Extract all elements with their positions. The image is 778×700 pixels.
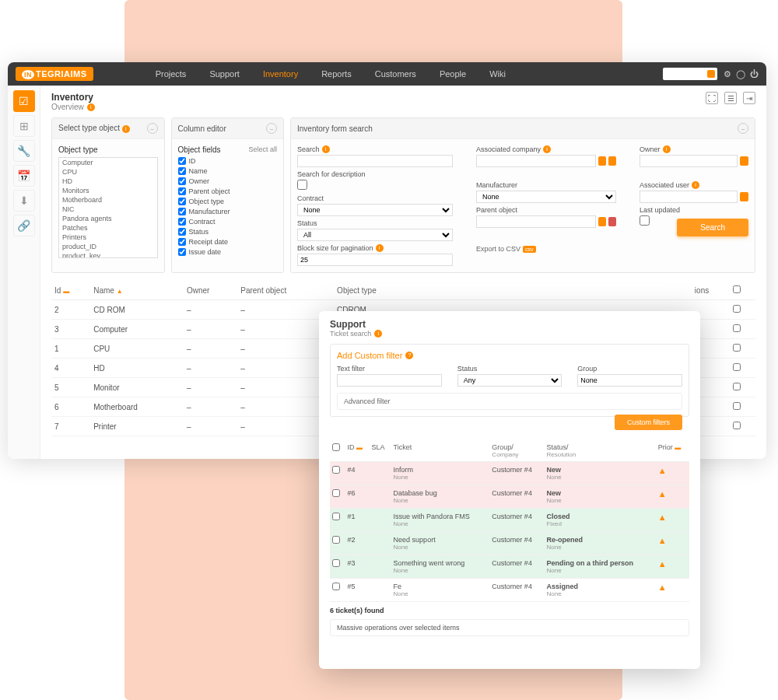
col-type[interactable]: Object type — [334, 281, 427, 300]
sidebar-link-icon[interactable]: 🔗 — [13, 215, 35, 236]
nav-inventory[interactable]: Inventory — [263, 69, 298, 79]
col-tk-group[interactable]: Group/Company — [489, 440, 544, 462]
row-checkbox[interactable] — [733, 363, 741, 371]
group-filter-input[interactable] — [577, 374, 682, 387]
assoc-company-input[interactable] — [476, 155, 596, 167]
ticket-checkbox[interactable] — [332, 489, 340, 497]
export-csv[interactable]: Export to CSVcsv — [476, 245, 536, 253]
list-icon[interactable]: ☰ — [724, 92, 737, 104]
object-type-item[interactable]: product_key — [59, 251, 157, 258]
row-checkbox[interactable] — [733, 383, 741, 390]
search-button[interactable]: Search — [677, 219, 748, 236]
power-icon[interactable]: ⏻ — [750, 69, 759, 79]
collapse-icon[interactable]: – — [738, 123, 748, 134]
field-checkbox[interactable] — [178, 167, 186, 175]
row-checkbox[interactable] — [733, 324, 741, 332]
user-pick-icon[interactable] — [740, 156, 748, 166]
text-filter-input[interactable] — [337, 374, 442, 387]
user-pick-icon[interactable] — [740, 192, 748, 201]
col-tk-prio[interactable]: Prior ▬ — [656, 440, 689, 462]
col-tk-ticket[interactable]: Ticket — [391, 440, 490, 462]
nav-projects[interactable]: Projects — [156, 69, 187, 79]
field-checkbox[interactable] — [178, 157, 186, 165]
delete-icon[interactable] — [608, 217, 616, 226]
col-tk-check[interactable] — [330, 440, 345, 462]
col-tk-sla[interactable]: SLA — [370, 440, 391, 462]
ticket-row[interactable]: #6Database bugNoneCustomer #4NewNone▲ — [330, 485, 689, 509]
custom-filters-button[interactable]: Custom filters — [615, 415, 682, 430]
object-type-list[interactable]: ComputerCPUHDMonitorsMotherboardNICPando… — [58, 157, 158, 258]
col-parent[interactable]: Parent object — [237, 281, 334, 300]
sidebar-grid-icon[interactable]: ⊞ — [13, 115, 35, 137]
nav-wiki[interactable]: Wiki — [489, 69, 506, 79]
object-type-item[interactable]: Computer — [59, 158, 157, 167]
row-checkbox[interactable] — [733, 305, 741, 313]
manufacturer-select[interactable]: None — [476, 191, 616, 203]
field-checkbox[interactable] — [178, 228, 186, 236]
object-type-item[interactable]: Pandora agents — [59, 214, 157, 223]
sidebar-wrench-icon[interactable]: 🔧 — [13, 140, 35, 162]
object-type-item[interactable]: product_ID — [59, 242, 157, 251]
col-checkbox[interactable] — [730, 281, 755, 300]
brand-logo[interactable]: INTEGRIAIMS — [16, 67, 93, 81]
ticket-checkbox[interactable] — [332, 583, 340, 590]
field-checkbox[interactable] — [178, 218, 186, 226]
block-input[interactable] — [297, 254, 453, 266]
exit-icon[interactable]: ⇥ — [743, 92, 755, 104]
object-type-item[interactable]: CPU — [59, 167, 157, 177]
fullscreen-icon[interactable]: ⛶ — [706, 92, 718, 104]
status-select[interactable]: All — [297, 229, 453, 241]
last-updated-checkbox[interactable] — [640, 215, 650, 226]
user-icon[interactable]: ◯ — [736, 69, 745, 79]
ticket-checkbox[interactable] — [332, 513, 340, 520]
field-checkbox[interactable] — [178, 208, 186, 215]
mass-operations[interactable]: Massive operations over selected items — [330, 619, 689, 636]
nav-people[interactable]: People — [440, 69, 466, 79]
assoc-user-input[interactable] — [640, 191, 738, 203]
field-checkbox[interactable] — [178, 238, 186, 246]
collapse-icon[interactable]: – — [266, 123, 277, 134]
field-checkbox[interactable] — [178, 187, 186, 195]
ticket-checkbox[interactable] — [332, 559, 340, 567]
col-owner[interactable]: Owner — [184, 281, 237, 300]
sidebar-overview-icon[interactable]: ☑ — [13, 90, 35, 112]
object-type-item[interactable]: Printers — [59, 233, 157, 242]
object-type-item[interactable]: Motherboard — [59, 195, 157, 205]
object-type-item[interactable]: HD — [59, 177, 157, 186]
edit-icon[interactable] — [598, 217, 606, 226]
ticket-row[interactable]: #1Issue with Pandora FMSNoneCustomer #4C… — [330, 509, 689, 532]
add-icon[interactable] — [608, 156, 616, 166]
nav-reports[interactable]: Reports — [321, 69, 352, 79]
ticket-row[interactable]: #2Need supportNoneCustomer #4Re-openedNo… — [330, 532, 689, 555]
col-id[interactable]: Id ▬ — [51, 281, 90, 300]
field-checkbox[interactable] — [178, 198, 186, 205]
ticket-row[interactable]: #3Something went wrongNoneCustomer #4Pen… — [330, 555, 689, 579]
col-name[interactable]: Name ▲ — [90, 281, 184, 300]
search-desc-checkbox[interactable] — [297, 180, 307, 190]
ticket-checkbox[interactable] — [332, 536, 340, 544]
sitemap-icon[interactable]: ⚙ — [724, 69, 731, 79]
field-checkbox[interactable] — [178, 177, 186, 185]
sidebar-download-icon[interactable]: ⬇ — [13, 190, 35, 212]
row-checkbox[interactable] — [733, 422, 741, 429]
ticket-row[interactable]: #4InformNoneCustomer #4NewNone▲ — [330, 462, 689, 485]
select-all-link[interactable]: Select all — [248, 145, 277, 153]
ticket-row[interactable]: #5FeNoneCustomer #4AssignedNone▲ — [330, 579, 689, 602]
owner-input[interactable] — [640, 155, 738, 167]
object-type-item[interactable]: Patches — [59, 223, 157, 233]
global-search[interactable] — [663, 68, 717, 80]
nav-support[interactable]: Support — [209, 69, 240, 79]
link-icon[interactable] — [598, 156, 606, 166]
parent-input[interactable] — [476, 215, 596, 228]
advanced-filter[interactable]: Advanced filter — [337, 393, 682, 410]
nav-customers[interactable]: Customers — [375, 69, 416, 79]
row-checkbox[interactable] — [733, 402, 741, 410]
contract-select[interactable]: None — [297, 204, 453, 216]
field-checkbox[interactable] — [178, 248, 186, 256]
sidebar-calendar-icon[interactable]: 📅 — [13, 165, 35, 187]
row-checkbox[interactable] — [733, 344, 741, 352]
object-type-item[interactable]: NIC — [59, 205, 157, 214]
search-input[interactable] — [297, 155, 453, 167]
ticket-checkbox[interactable] — [332, 466, 340, 474]
col-tk-status[interactable]: Status/Resolution — [544, 440, 655, 462]
